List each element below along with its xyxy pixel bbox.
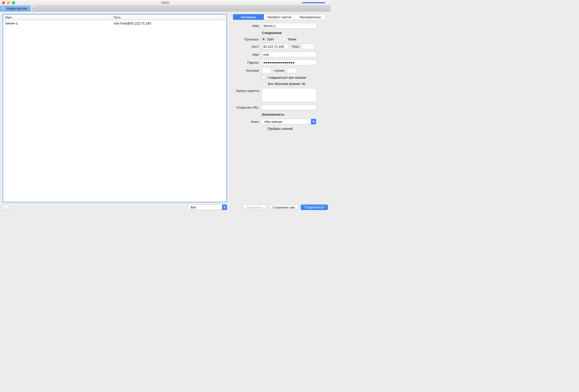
table-row[interactable]: Server-1 ssh://root@92.222.71.183	[3, 20, 226, 26]
minus-icon: −	[5, 205, 7, 209]
cell-path: ssh://root@92.222.71.183	[112, 21, 226, 25]
settings-form: Имя: Соединение Протокол: SSH Telnet Хос…	[231, 23, 328, 204]
connect-button[interactable]: Соединиться	[301, 204, 328, 210]
radio-telnet[interactable]	[282, 37, 286, 41]
segment-advanced[interactable]: Расширенные	[295, 14, 325, 20]
label-user: Имя:	[231, 53, 262, 56]
open-url-input[interactable]	[262, 105, 316, 110]
checkbox-no-shell-label: Без оболочки (режим -N)	[268, 82, 305, 86]
label-rows: строки:	[271, 69, 287, 72]
window-title: vSSH	[0, 1, 330, 4]
key-select-input[interactable]: <без ключа>	[262, 119, 316, 124]
checkbox-agent-forward[interactable]	[262, 127, 266, 131]
radio-ssh[interactable]	[262, 37, 266, 41]
tab-new-session[interactable]: ✕ Новая сессия	[0, 5, 30, 11]
settings-segmented-control: Основные Проброс портов Расширенные	[233, 14, 326, 20]
tab-close-icon[interactable]: ✕	[1, 7, 5, 10]
label-session-name: Имя:	[231, 24, 262, 28]
label-protocol: Протокол:	[231, 37, 262, 41]
checkbox-connect-on-start-label: Соединяться при запуске	[268, 76, 306, 79]
opacity-slider[interactable]	[302, 1, 329, 4]
checkbox-agent-forward-label: Проброс ключей	[268, 127, 293, 131]
section-security: Безопасность	[262, 113, 328, 116]
column-header-spacer	[219, 15, 226, 20]
label-port: Порт:	[289, 45, 302, 48]
rows-input[interactable]	[287, 68, 296, 73]
key-select[interactable]: <без ключа>	[262, 119, 316, 124]
add-tab-button[interactable]: +	[30, 5, 36, 11]
radio-telnet-label: Telnet	[288, 37, 296, 41]
cell-name: Server-1	[3, 21, 112, 25]
segment-main[interactable]: Основные	[233, 14, 264, 20]
column-header-name[interactable]: Имя	[3, 15, 112, 20]
startup-script-input[interactable]	[262, 88, 316, 102]
label-startup-script: Запуск скрипта:	[231, 88, 262, 93]
user-input[interactable]	[262, 52, 316, 57]
section-connection: Соединение	[262, 31, 328, 35]
filter-select-input[interactable]: Все	[188, 204, 227, 210]
segment-portfwd[interactable]: Проброс портов	[264, 14, 295, 20]
column-header-path[interactable]: Путь	[112, 15, 219, 20]
tab-label: Новая сессия	[6, 6, 27, 10]
label-host: Хост:	[231, 45, 262, 48]
host-input[interactable]	[262, 44, 289, 49]
titlebar: vSSH	[0, 0, 330, 5]
port-input[interactable]	[302, 44, 315, 49]
session-list[interactable]: Имя Путь Server-1 ssh://root@92.222.71.1…	[2, 14, 227, 202]
remove-session-button[interactable]: −	[2, 204, 9, 210]
tab-bar: ✕ Новая сессия +	[0, 5, 330, 11]
password-input[interactable]	[262, 60, 316, 65]
columns-input[interactable]	[262, 68, 271, 73]
label-password: Пароль:	[231, 61, 262, 64]
label-key: Ключ:	[231, 120, 262, 124]
label-columns: Колонки:	[231, 69, 262, 72]
table-header: Имя Путь	[3, 15, 226, 20]
save-button[interactable]: Сохранить	[243, 204, 267, 210]
filter-select[interactable]: Все	[188, 204, 227, 210]
action-buttons: Сохранить Сохранить как Соединиться	[231, 204, 328, 210]
plus-icon: +	[32, 6, 34, 10]
checkbox-no-shell[interactable]	[262, 82, 266, 86]
session-name-input[interactable]	[262, 23, 316, 28]
save-as-button[interactable]: Сохранить как	[269, 204, 298, 210]
radio-ssh-label: SSH	[267, 37, 274, 41]
label-open-url: Открытие URL:	[231, 106, 262, 109]
checkbox-connect-on-start[interactable]	[262, 76, 266, 79]
